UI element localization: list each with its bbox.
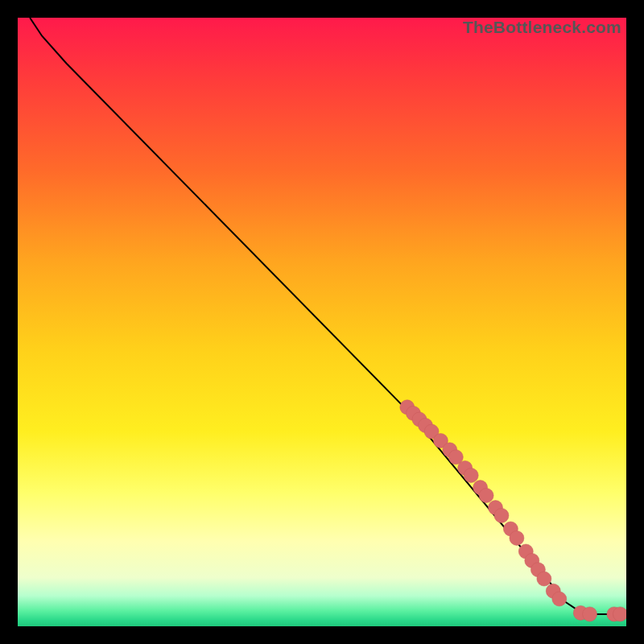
data-point	[494, 508, 509, 522]
data-point	[552, 592, 567, 606]
data-point	[510, 530, 524, 545]
marker-group	[400, 400, 626, 621]
data-point	[537, 572, 551, 586]
chart-overlay	[18, 18, 626, 626]
data-point	[583, 607, 597, 621]
chart-frame: TheBottleneck.com	[0, 0, 644, 644]
data-point	[479, 489, 493, 503]
data-point	[464, 469, 478, 483]
bottleneck-curve	[30, 18, 620, 614]
plot-area: TheBottleneck.com	[18, 18, 626, 626]
data-point	[613, 607, 626, 621]
